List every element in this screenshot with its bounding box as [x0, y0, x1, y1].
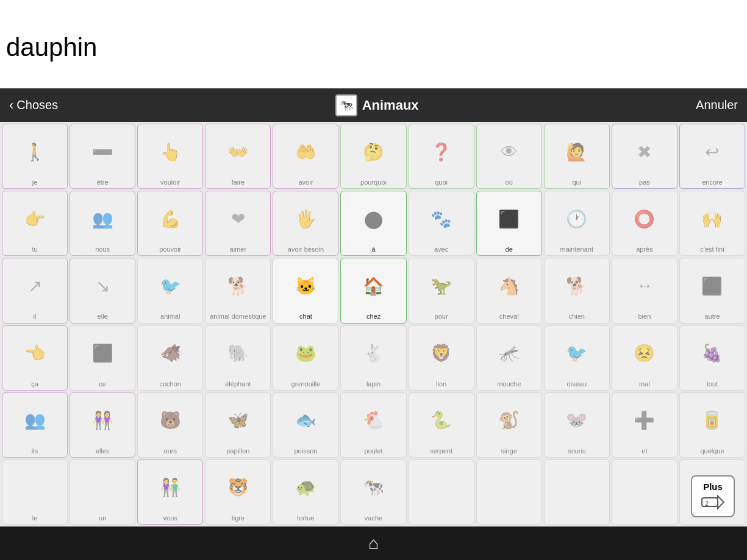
cell-label-0-4: avoir [299, 179, 313, 186]
cell-3-9[interactable]: 😣mal [612, 325, 677, 391]
cell-label-0-9: pas [639, 179, 650, 186]
cell-3-8[interactable]: 🐦oiseau [544, 325, 610, 391]
cell-3-2[interactable]: 🐗cochon [137, 325, 203, 391]
cell-0-9[interactable]: ✖pas [612, 124, 677, 189]
cell-icon-5-1 [71, 462, 134, 513]
cell-5-8[interactable] [544, 459, 610, 525]
cell-0-0[interactable]: 🚶je [2, 124, 68, 189]
cell-0-4[interactable]: 🤲avoir [273, 124, 338, 189]
cell-2-10[interactable]: ⬛autre [679, 258, 745, 323]
cell-5-5[interactable]: 🐄vache [340, 459, 406, 525]
cell-2-7[interactable]: 🐴cheval [476, 258, 542, 323]
cell-icon-3-8: 🐦 [546, 328, 608, 379]
cell-2-1[interactable]: ↘elle [70, 258, 135, 323]
cell-2-6[interactable]: 🦖pour [409, 258, 474, 323]
cell-3-7[interactable]: 🦟mouche [476, 325, 542, 391]
cell-4-9[interactable]: ➕et [612, 392, 677, 458]
cell-1-4[interactable]: 🖐avoir besoin [273, 191, 338, 256]
cell-label-1-3: aimer [230, 246, 247, 253]
cell-4-6[interactable]: 🐍serpent [409, 392, 474, 458]
cell-3-10[interactable]: 🍇tout [679, 325, 745, 391]
cell-4-1[interactable]: 👭elles [70, 392, 135, 458]
cell-4-8[interactable]: 🐭souris [544, 392, 610, 458]
cell-icon-5-0 [4, 462, 66, 513]
cell-4-2[interactable]: 🐻ours [137, 392, 203, 458]
nav-back-button[interactable]: ‹ Choses [9, 97, 58, 113]
cell-0-8[interactable]: 🙋qui [544, 124, 610, 189]
svg-text:2: 2 [705, 500, 709, 507]
cell-1-9[interactable]: ⭕après [612, 191, 677, 256]
cell-0-2[interactable]: 👆vouloir [137, 124, 203, 189]
cell-1-7[interactable]: ⬛de [476, 191, 542, 256]
cell-3-5[interactable]: 🐇lapin [340, 325, 406, 391]
cell-5-3[interactable]: 🐯tigre [205, 459, 271, 525]
cell-3-6[interactable]: 🦁lion [409, 325, 474, 391]
grid-row-2: ↗il↘elle🐦animal🐕animal domestique🐱chat🏠c… [2, 258, 745, 323]
cell-2-9[interactable]: ↔bien [612, 258, 677, 323]
cell-3-3[interactable]: 🐘éléphant [205, 325, 271, 391]
cell-0-5[interactable]: 🤔pourquoi [340, 124, 406, 189]
cell-1-1[interactable]: 👥nous [70, 191, 135, 256]
cell-icon-0-0: 🚶 [4, 126, 66, 177]
cell-0-1[interactable]: ➖être [70, 124, 135, 189]
cell-4-5[interactable]: 🐔poulet [340, 392, 406, 458]
cell-label-1-0: tu [32, 246, 37, 253]
cell-1-10[interactable]: 🙌c'est fini [679, 191, 745, 256]
cell-0-7[interactable]: 👁où [476, 124, 542, 189]
cell-icon-4-2: 🐻 [139, 395, 201, 446]
cell-label-3-1: ce [99, 380, 106, 388]
cell-label-4-6: serpent [430, 447, 452, 455]
cell-icon-2-1: ↘ [71, 260, 134, 311]
cell-1-8[interactable]: 🕐maintenant [544, 191, 610, 256]
cell-label-4-7: singe [501, 447, 517, 455]
cell-1-0[interactable]: 👉tu [2, 191, 68, 256]
home-button[interactable]: ⌂ [368, 534, 379, 553]
cell-2-2[interactable]: 🐦animal [137, 258, 203, 323]
cell-3-0[interactable]: 👈ça [2, 325, 68, 391]
cell-icon-0-5: 🤔 [342, 126, 404, 177]
cell-label-2-4: chat [299, 313, 312, 320]
cell-0-3[interactable]: 👐faire [205, 124, 271, 189]
plus-button[interactable]: Plus 2 [691, 475, 735, 517]
nav-bar: ‹ Choses 🐄 Animaux Annuler [0, 88, 747, 122]
cell-4-10[interactable]: 🥫quelque [679, 392, 745, 458]
cell-5-9[interactable] [612, 459, 677, 525]
cell-5-2[interactable]: 👫vous [137, 459, 203, 525]
cell-label-0-6: quoi [435, 179, 448, 186]
cell-4-0[interactable]: 👥ils [2, 392, 68, 458]
nav-category-label: Animaux [362, 97, 419, 113]
cell-2-0[interactable]: ↗il [2, 258, 68, 323]
cell-3-4[interactable]: 🐸grenouille [273, 325, 338, 391]
cell-label-2-7: cheval [499, 313, 519, 320]
cell-icon-3-6: 🦁 [410, 328, 473, 379]
cell-4-7[interactable]: 🐒singe [476, 392, 542, 458]
cell-1-2[interactable]: 💪pouvoir [137, 191, 203, 256]
cell-label-4-4: poisson [294, 447, 317, 455]
cell-2-8[interactable]: 🐕chien [544, 258, 610, 323]
cell-5-1[interactable]: un [70, 459, 135, 525]
cell-icon-4-4: 🐟 [274, 395, 337, 446]
cell-0-6[interactable]: ❓quoi [409, 124, 474, 189]
cell-4-3[interactable]: 🦋papillon [205, 392, 271, 458]
cell-2-4[interactable]: 🐱chat [273, 258, 338, 323]
nav-center: 🐄 Animaux [335, 94, 419, 116]
cell-0-10[interactable]: ↩encore [679, 124, 745, 189]
cell-5-6[interactable] [409, 459, 474, 525]
cell-2-5[interactable]: 🏠chez [340, 258, 406, 323]
cell-4-4[interactable]: 🐟poisson [273, 392, 338, 458]
cell-2-3[interactable]: 🐕animal domestique [205, 258, 271, 323]
cell-label-4-2: ours [164, 447, 177, 455]
cell-label-2-9: bien [638, 313, 651, 320]
cell-label-4-0: ils [32, 447, 38, 455]
cell-3-1[interactable]: ⬛ce [70, 325, 135, 391]
cell-5-0[interactable]: le [2, 459, 68, 525]
cell-icon-1-0: 👉 [4, 193, 66, 244]
cell-1-5[interactable]: ⬤à [340, 191, 406, 256]
cell-icon-4-9: ➕ [613, 395, 676, 446]
cell-1-6[interactable]: 🐾avec [409, 191, 474, 256]
cell-5-7[interactable] [476, 459, 542, 525]
cell-1-3[interactable]: ❤aimer [205, 191, 271, 256]
cell-5-4[interactable]: 🐢tortue [273, 459, 338, 525]
nav-cancel-button[interactable]: Annuler [696, 98, 738, 112]
cell-label-3-9: mal [639, 380, 650, 388]
